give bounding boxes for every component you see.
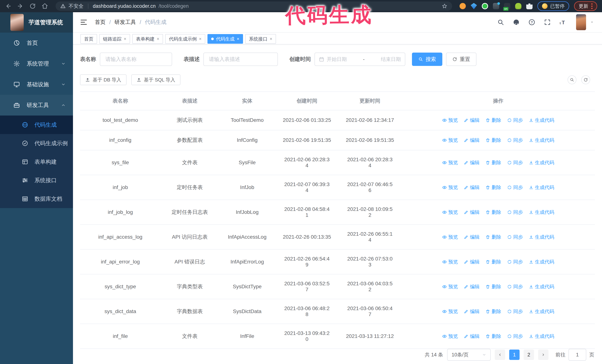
breadcrumb-home[interactable]: 首页 [95, 19, 106, 26]
delete-link[interactable]: 删除 [485, 137, 501, 144]
generate-code-link[interactable]: 生成代码 [529, 259, 554, 265]
sync-link[interactable]: 同步 [507, 333, 523, 340]
goto-page-input[interactable] [569, 349, 586, 361]
generate-code-link[interactable]: 生成代码 [529, 184, 554, 191]
preview-link[interactable]: 预览 [442, 234, 458, 240]
page-size-select[interactable]: 10条/页 [447, 349, 491, 361]
edit-link[interactable]: 编辑 [464, 234, 480, 240]
close-icon[interactable] [199, 37, 202, 41]
sync-link[interactable]: 同步 [507, 184, 523, 191]
preview-link[interactable]: 预览 [442, 209, 458, 216]
generate-code-link[interactable]: 生成代码 [529, 234, 554, 240]
refresh-table-button[interactable] [581, 75, 590, 84]
extension-icon[interactable] [515, 3, 521, 9]
delete-link[interactable]: 删除 [485, 308, 501, 315]
generate-code-link[interactable]: 生成代码 [529, 283, 554, 290]
sync-link[interactable]: 同步 [507, 283, 523, 290]
import-sql-button[interactable]: 基于 SQL 导入 [131, 74, 181, 85]
close-icon[interactable] [237, 37, 239, 41]
generate-code-link[interactable]: 生成代码 [529, 159, 554, 166]
sync-link[interactable]: 同步 [507, 137, 523, 144]
edit-link[interactable]: 编辑 [464, 117, 480, 124]
preview-link[interactable]: 预览 [442, 283, 458, 290]
sidebar-item-infra[interactable]: 基础设施 [0, 74, 73, 95]
breadcrumb-devtools[interactable]: 研发工具 [115, 19, 136, 26]
edit-link[interactable]: 编辑 [464, 184, 480, 191]
extension-icon[interactable] [460, 3, 466, 9]
close-icon[interactable] [270, 37, 272, 41]
sidebar-item-home[interactable]: 首页 [0, 32, 73, 53]
sidebar-item-devtools[interactable]: 研发工具 [0, 95, 73, 115]
sidebar-item-system[interactable]: 系统管理 [0, 53, 73, 74]
edit-link[interactable]: 编辑 [464, 333, 480, 340]
generate-code-link[interactable]: 生成代码 [529, 209, 554, 216]
sidebar-item-form-builder[interactable]: 表单构建 [0, 153, 73, 171]
next-page-button[interactable] [538, 350, 548, 360]
browser-update-button[interactable]: 更新 [574, 1, 597, 11]
preview-link[interactable]: 预览 [442, 137, 458, 144]
generate-code-link[interactable]: 生成代码 [529, 308, 554, 315]
sync-link[interactable]: 同步 [507, 159, 523, 166]
sidebar-item-system-api[interactable]: 系统接口 [0, 171, 73, 190]
import-db-button[interactable]: 基于 DB 导入 [80, 74, 127, 85]
extension-icon[interactable] [471, 3, 477, 9]
sync-link[interactable]: 同步 [507, 209, 523, 216]
github-icon[interactable] [513, 19, 520, 26]
tab-system-api[interactable]: 系统接口 [245, 34, 276, 44]
delete-link[interactable]: 删除 [485, 159, 501, 166]
sync-link[interactable]: 同步 [507, 117, 523, 124]
delete-link[interactable]: 删除 [485, 184, 501, 191]
edit-link[interactable]: 编辑 [464, 283, 480, 290]
delete-link[interactable]: 删除 [485, 259, 501, 265]
tab-codegen[interactable]: 代码生成 [207, 34, 243, 44]
delete-link[interactable]: 删除 [485, 209, 501, 216]
search-icon[interactable] [497, 19, 504, 26]
delete-link[interactable]: 删除 [485, 117, 501, 124]
kebab-menu-icon[interactable] [591, 3, 592, 9]
sync-link[interactable]: 同步 [507, 234, 523, 240]
toggle-search-button[interactable] [568, 75, 576, 84]
url-bar[interactable]: 不安全 dashboard.yudao.iocoder.cn/tool/code… [55, 1, 452, 11]
table-name-input[interactable] [100, 52, 172, 66]
close-icon[interactable] [157, 37, 159, 41]
sidebar-item-db-doc[interactable]: 数据库文档 [0, 190, 73, 208]
edit-link[interactable]: 编辑 [464, 137, 480, 144]
edit-link[interactable]: 编辑 [464, 209, 480, 216]
table-desc-input[interactable] [203, 52, 278, 66]
generate-code-link[interactable]: 生成代码 [529, 117, 554, 124]
page-button-2[interactable]: 2 [524, 350, 534, 360]
preview-link[interactable]: 预览 [442, 184, 458, 191]
edit-link[interactable]: 编辑 [464, 308, 480, 315]
generate-code-link[interactable]: 生成代码 [529, 333, 554, 340]
sidebar-item-codegen-example[interactable]: 代码生成示例 [0, 134, 73, 153]
generate-code-link[interactable]: 生成代码 [529, 137, 554, 144]
delete-link[interactable]: 删除 [485, 234, 501, 240]
close-icon[interactable] [124, 37, 126, 41]
sync-link[interactable]: 同步 [507, 259, 523, 265]
home-icon[interactable] [42, 3, 48, 10]
date-range-picker[interactable]: 开始日期 - 结束日期 [314, 52, 405, 66]
extension-icon[interactable]: on [504, 3, 510, 9]
user-avatar[interactable] [576, 14, 586, 30]
reset-button[interactable]: 重置 [446, 52, 476, 66]
preview-link[interactable]: 预览 [442, 159, 458, 166]
sync-link[interactable]: 同步 [507, 308, 523, 315]
bookmark-star-icon[interactable] [442, 3, 447, 9]
preview-link[interactable]: 预览 [442, 117, 458, 124]
tab-tracing[interactable]: 链路追踪 [99, 34, 130, 44]
prev-page-button[interactable] [495, 350, 505, 360]
extension-icon[interactable] [482, 3, 488, 9]
fullscreen-icon[interactable] [544, 19, 551, 26]
extension-icon[interactable] [493, 3, 499, 9]
edit-link[interactable]: 编辑 [464, 259, 480, 265]
preview-link[interactable]: 预览 [442, 333, 458, 340]
delete-link[interactable]: 删除 [485, 283, 501, 290]
tab-codegen-example[interactable]: 代码生成示例 [165, 34, 205, 44]
forward-icon[interactable] [17, 3, 24, 10]
search-button[interactable]: 搜索 [412, 52, 442, 66]
edit-link[interactable]: 编辑 [464, 159, 480, 166]
preview-link[interactable]: 预览 [442, 308, 458, 315]
help-icon[interactable]: ? [528, 19, 535, 26]
caret-down-icon[interactable] [590, 20, 594, 24]
tab-form-builder[interactable]: 表单构建 [132, 34, 163, 44]
